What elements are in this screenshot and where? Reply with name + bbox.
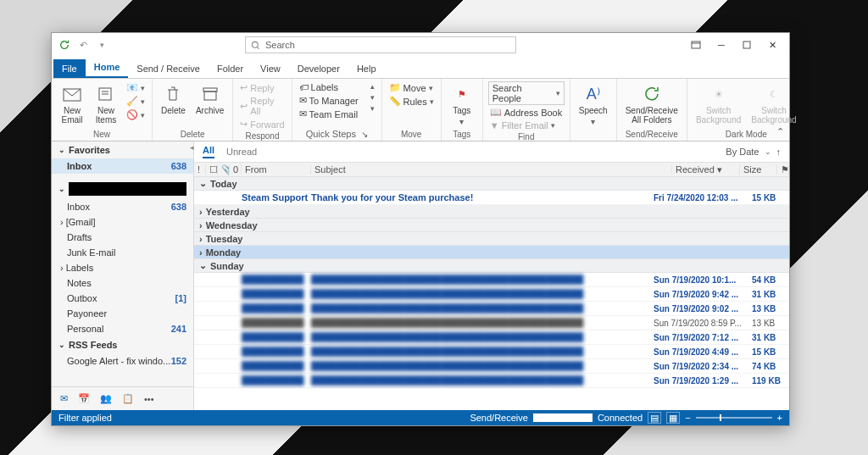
close-button[interactable]: ✕ — [760, 36, 784, 54]
zoom-out-icon[interactable]: − — [685, 413, 690, 423]
sync-icon[interactable] — [57, 37, 72, 53]
folder-pane: ◂ ⌄Favorites Inbox638 ⌄ Inbox638 › [Gmai… — [52, 141, 194, 410]
send-receive-button[interactable]: Send/Receive All Folders — [622, 81, 682, 126]
nav-bottom-bar: ✉ 📅 👥 📋 ••• — [52, 386, 193, 410]
move-buttons[interactable]: 📁 Move ▾ 📏 Rules ▾ — [387, 81, 436, 108]
switch-bg-1: ☀Switch Background — [693, 81, 744, 126]
column-headers[interactable]: !☐📎0 From Subject Received ▾ Size ⚑ — [194, 162, 789, 177]
group-sunday[interactable]: ⌄Sunday — [194, 259, 789, 273]
filter-unread[interactable]: Unread — [226, 147, 257, 157]
nav-inbox[interactable]: Inbox638 — [52, 199, 193, 214]
group-label-delete: Delete — [181, 129, 205, 141]
tab-help[interactable]: Help — [348, 59, 385, 78]
status-sendreceive: Send/Receive — [470, 413, 528, 423]
message-list: All Unread By Date⌄↑ !☐📎0 From Subject R… — [194, 141, 789, 410]
group-label-new: New — [93, 129, 110, 141]
undo-icon[interactable]: ↶ — [75, 37, 91, 53]
group-yesterday[interactable]: ›Yesterday — [194, 205, 789, 219]
tasks-icon[interactable]: 📋 — [122, 393, 134, 404]
customize-qat-icon[interactable]: ▾ — [94, 37, 109, 53]
search-input[interactable]: Search — [245, 36, 516, 53]
maximize-button[interactable] — [735, 36, 759, 54]
search-icon — [251, 41, 260, 50]
find-buttons[interactable]: Search People ▾ 📖 Address Book ▼ Filter … — [488, 81, 565, 131]
speech-button[interactable]: A⁾Speech▾ — [576, 81, 611, 128]
group-tuesday[interactable]: ›Tuesday — [194, 232, 789, 246]
view-reading-icon[interactable]: ▦ — [666, 412, 680, 424]
search-placeholder: Search — [265, 40, 295, 50]
nav-labels[interactable]: › Labels — [52, 260, 193, 275]
message-row[interactable]: ████████████████████████████████████████… — [194, 345, 789, 359]
message-row[interactable]: ████████████████████████████████████████… — [194, 273, 789, 287]
message-row[interactable]: ████████████████████████████████████████… — [194, 359, 789, 374]
group-label-speech — [592, 129, 594, 141]
rss-header[interactable]: ⌄RSS Feeds — [52, 336, 193, 353]
more-icon[interactable]: ••• — [144, 394, 154, 404]
tab-folder[interactable]: Folder — [209, 59, 252, 78]
outlook-window: ↶ ▾ Search ─ ✕ File Home Send / Receive … — [51, 32, 790, 426]
tab-send-receive[interactable]: Send / Receive — [128, 59, 209, 78]
ribbon-tabs: File Home Send / Receive Folder View Dev… — [52, 57, 789, 79]
tab-home[interactable]: Home — [86, 58, 129, 78]
favorites-header[interactable]: ⌄Favorites — [52, 141, 193, 158]
status-filter: Filter applied — [58, 413, 112, 423]
nav-payoneer[interactable]: Payoneer — [52, 306, 193, 321]
nav-personal[interactable]: Personal241 — [52, 321, 193, 336]
mail-icon[interactable]: ✉ — [60, 393, 68, 404]
fav-inbox[interactable]: Inbox638 — [52, 158, 193, 174]
nav-gmail[interactable]: › [Gmail] — [52, 214, 193, 230]
group-label-respond: Respond — [245, 130, 279, 142]
ribbon-display-icon[interactable] — [684, 36, 708, 54]
collapse-ribbon-icon[interactable]: ⌃ — [776, 126, 784, 137]
svg-rect-1 — [692, 42, 700, 48]
zoom-slider[interactable] — [696, 417, 772, 419]
rss-google-alert[interactable]: Google Alert - fix windo...152 — [52, 353, 193, 369]
sort-menu[interactable]: By Date⌄↑ — [726, 147, 781, 157]
nav-notes[interactable]: Notes — [52, 275, 193, 291]
delete-button[interactable]: Delete — [158, 81, 189, 118]
tab-developer[interactable]: Developer — [289, 59, 348, 78]
new-misc[interactable]: 📧▾🧹▾🚫▾ — [125, 81, 147, 121]
account-name-redacted — [69, 182, 186, 196]
new-email-button[interactable]: New Email — [57, 81, 87, 126]
tab-view[interactable]: View — [252, 59, 289, 78]
nav-drafts[interactable]: Drafts — [52, 230, 193, 245]
message-row[interactable]: ████████████████████████████████████████… — [194, 374, 789, 388]
account-header[interactable]: ⌄ — [52, 179, 193, 199]
filter-row: All Unread By Date⌄↑ — [194, 141, 789, 162]
nav-junk[interactable]: Junk E-mail — [52, 245, 193, 260]
group-today[interactable]: ⌄Today — [194, 177, 789, 191]
switch-bg-2: ☾Switch Background — [748, 81, 799, 126]
group-label-tags: Tags — [453, 129, 470, 141]
calendar-icon[interactable]: 📅 — [78, 393, 90, 404]
group-monday[interactable]: ›Monday — [194, 246, 789, 259]
minimize-button[interactable]: ─ — [709, 36, 733, 54]
message-row[interactable]: ████████████████████████████████████████… — [194, 316, 789, 330]
respond-buttons: ↩ Reply ↩ Reply All ↪ Forward — [238, 81, 286, 130]
group-label-sendrec: Send/Receive — [626, 129, 678, 141]
view-normal-icon[interactable]: ▤ — [648, 412, 661, 424]
message-row[interactable]: ████████████████████████████████████████… — [194, 330, 789, 345]
group-label-find: Find — [518, 131, 534, 143]
people-icon[interactable]: 👥 — [100, 393, 112, 404]
nav-outbox[interactable]: Outbox[1] — [52, 291, 193, 306]
svg-rect-2 — [743, 42, 750, 48]
status-connected: Connected — [598, 413, 643, 423]
tags-button[interactable]: ⚑Tags▾ — [447, 81, 477, 128]
message-row[interactable]: Steam SupportThank you for your Steam pu… — [194, 191, 789, 205]
archive-button[interactable]: Archive — [192, 81, 227, 118]
group-wednesday[interactable]: ›Wednesday — [194, 219, 789, 232]
status-bar: Filter applied Send/Receive Connected ▤ … — [52, 410, 789, 425]
message-row[interactable]: ████████████████████████████████████████… — [194, 302, 789, 316]
quick-steps[interactable]: 🏷 Labels ✉ To Manager ✉ Team Email — [298, 81, 365, 120]
zoom-in-icon[interactable]: + — [777, 413, 782, 423]
tab-file[interactable]: File — [53, 59, 86, 78]
group-label-quick: Quick Steps ↘ — [306, 128, 368, 141]
filter-all[interactable]: All — [203, 145, 214, 158]
new-items-button[interactable]: New Items — [91, 81, 121, 126]
pane-grip-icon[interactable]: ◂ — [190, 143, 194, 152]
message-row[interactable]: ████████████████████████████████████████… — [194, 287, 789, 302]
group-label-move: Move — [401, 129, 421, 141]
svg-point-0 — [252, 42, 258, 47]
group-label-dark: Dark Mode — [726, 129, 767, 141]
